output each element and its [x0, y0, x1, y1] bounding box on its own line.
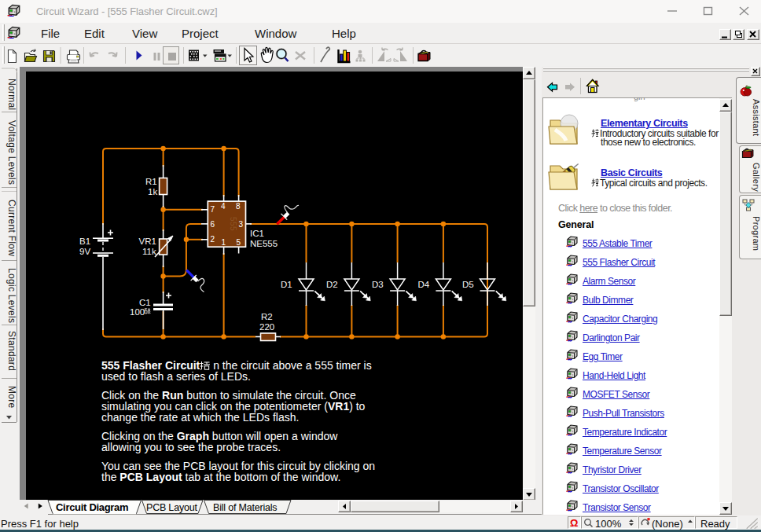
- svg-text:D5: D5: [462, 280, 474, 289]
- svg-text:2: 2: [211, 235, 215, 244]
- svg-text:555: 555: [229, 217, 237, 231]
- svg-text:4: 4: [221, 202, 226, 211]
- svg-text:D3: D3: [372, 280, 384, 289]
- svg-text:220: 220: [259, 322, 274, 332]
- svg-text:D2: D2: [326, 280, 338, 289]
- svg-text:NE555: NE555: [250, 239, 278, 248]
- svg-text:7: 7: [211, 205, 215, 214]
- svg-text:1k: 1k: [148, 187, 157, 196]
- svg-text:1: 1: [222, 238, 226, 247]
- svg-text:100: 100: [130, 307, 145, 317]
- svg-text:VR1: VR1: [139, 237, 156, 246]
- svg-text:9V: 9V: [79, 247, 90, 256]
- svg-text:PCB Layout: PCB Layout: [146, 502, 197, 513]
- svg-text:R2: R2: [261, 312, 273, 321]
- svg-text:B1: B1: [79, 237, 90, 246]
- svg-text:D1: D1: [281, 280, 292, 289]
- svg-text:8: 8: [236, 202, 241, 211]
- svg-text:Circuit Diagram: Circuit Diagram: [56, 501, 128, 513]
- svg-text:5: 5: [237, 238, 241, 247]
- svg-text:6: 6: [211, 220, 215, 229]
- svg-text:3: 3: [239, 220, 244, 229]
- svg-text:D4: D4: [418, 280, 430, 289]
- svg-text:R1: R1: [145, 177, 157, 186]
- svg-text:C1: C1: [139, 298, 151, 307]
- svg-text:Bill of Materials: Bill of Materials: [213, 502, 277, 513]
- svg-text:11k: 11k: [142, 247, 156, 256]
- svg-text:IC1: IC1: [250, 229, 264, 238]
